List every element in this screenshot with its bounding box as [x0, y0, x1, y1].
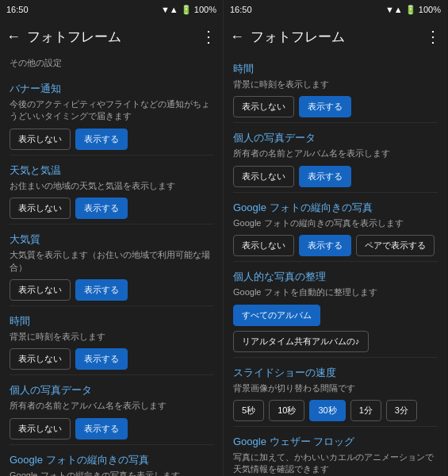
section-desc: 大気質を表示します（お住いの地域で利用可能な場合）: [10, 249, 213, 274]
section-0: バナー通知今後のアクティビティやフライトなどの通知がちょうどいいタイミングで届き…: [10, 74, 213, 155]
option-button-0[interactable]: 表示しない: [10, 129, 71, 150]
section-title: 大気質: [10, 232, 213, 247]
section-title: 個人の写真データ: [10, 383, 213, 397]
status-icons: ▼▲ 🔋 100%: [161, 5, 216, 15]
section-desc: 所有者の名前とアルバム名を表示します: [233, 148, 438, 159]
section-desc: 背景画像が切り替わる間隔です: [233, 382, 438, 394]
option-button-0[interactable]: 表示しない: [233, 96, 294, 117]
signal-icon: ▼▲: [161, 5, 178, 14]
option-button-1[interactable]: 表示する: [75, 348, 128, 370]
settings-scroll: バナー通知今後のアクティビティやフライトなどの通知がちょうどいいタイミングで届き…: [0, 74, 223, 476]
button-group: すべてのアルバムリアルタイム共有アルバムの♪: [233, 305, 438, 352]
option-button-0[interactable]: 5秒: [233, 400, 264, 421]
button-group: 5秒10秒30秒1分3分: [233, 400, 438, 421]
status-bar: 16:50 ▼▲ 🔋 100%: [224, 0, 447, 19]
status-time: 16:50: [6, 5, 29, 14]
option-button-0[interactable]: 表示しない: [10, 198, 71, 219]
status-bar: 16:50 ▼▲ 🔋 100%: [0, 0, 223, 19]
section-desc: Google フォトを自動的に整理します: [233, 286, 438, 298]
button-group: 表示しない表示する: [10, 129, 213, 150]
section-desc: 背景に時刻を表示します: [233, 79, 438, 90]
section-title: バナー通知: [10, 82, 213, 96]
option-button-0[interactable]: 表示しない: [10, 348, 71, 370]
battery-icon: 🔋 100%: [181, 5, 216, 14]
section-title: 個人的な写真の整理: [233, 270, 438, 284]
page-title: フォトフレーム: [251, 28, 419, 46]
section-desc: Google フォトの縦向きの写真を表示します: [10, 470, 213, 476]
section-2: Google フォトの縦向きの写真Google フォトの縦向きの写真を表示します…: [233, 193, 438, 262]
option-button-1[interactable]: 表示する: [75, 279, 128, 301]
option-button-1[interactable]: 表示する: [299, 166, 351, 187]
section-4: 個人の写真データ所有者の名前とアルバム名を表示します表示しない表示する: [10, 375, 213, 444]
option-button-4[interactable]: 3分: [386, 400, 417, 421]
button-group: 表示しない表示するペアで表示する: [233, 235, 438, 256]
menu-button[interactable]: ⋮: [201, 27, 216, 46]
back-button[interactable]: ←: [6, 29, 21, 45]
section-1: 天気と気温お住まいの地域の天気と気温を表示します表示しない表示する: [10, 155, 213, 225]
status-time: 16:50: [230, 5, 252, 14]
button-group: 表示しない表示する: [10, 348, 213, 370]
section-title: スライドショーの速度: [233, 366, 438, 380]
section-2: 大気質大気質を表示します（お住いの地域で利用可能な場合）表示しない表示する: [10, 225, 213, 306]
app-header: ← フォトフレーム ⋮: [0, 19, 223, 54]
section-5: Google フォトの縦向きの写真Google フォトの縦向きの写真を表示します…: [10, 445, 213, 476]
section-3: 個人的な写真の整理Google フォトを自動的に整理しますすべてのアルバムリアル…: [233, 262, 438, 357]
panel-right: 16:50 ▼▲ 🔋 100% ← フォトフレーム ⋮ 時間背景に時刻を表示しま…: [224, 0, 447, 476]
button-group: 表示しない表示する: [10, 198, 213, 219]
option-button-1[interactable]: 10秒: [269, 400, 304, 421]
option-button-0[interactable]: 表示しない: [233, 166, 294, 187]
option-button-3[interactable]: 1分: [350, 400, 381, 421]
section-1: 個人の写真データ所有者の名前とアルバム名を表示します表示しない表示する: [233, 123, 438, 192]
section-desc: 今後のアクティビティやフライトなどの通知がちょうどいいタイミングで届きます: [10, 98, 213, 123]
button-group: 表示しない表示する: [233, 96, 438, 117]
section-5: Google ウェザー フロッグ写真に加えて、かわいいカエルのアニメーションで天…: [233, 427, 438, 476]
battery-icon: 🔋 100%: [405, 5, 441, 14]
section-title: 時間: [233, 62, 438, 76]
option-button-1[interactable]: 表示する: [75, 198, 128, 219]
button-group: 表示しない表示する: [10, 418, 213, 440]
app-header: ← フォトフレーム ⋮: [224, 19, 447, 54]
section-title: Google フォトの縦向きの写真: [10, 453, 213, 467]
section-title: 個人の写真データ: [233, 131, 438, 145]
option-button-0[interactable]: 表示しない: [233, 235, 294, 256]
button-group: 表示しない表示する: [233, 166, 438, 187]
option-button-1[interactable]: 表示する: [75, 418, 128, 440]
section-title: Google フォトの縦向きの写真: [233, 201, 438, 215]
section-4: スライドショーの速度背景画像が切り替わる間隔です5秒10秒30秒1分3分: [233, 358, 438, 427]
button-group: 表示しない表示する: [10, 279, 213, 301]
section-title: 時間: [10, 314, 213, 328]
section-title: 天気と気温: [10, 163, 213, 178]
option-button-1[interactable]: リアルタイム共有アルバムの♪: [233, 331, 369, 352]
option-button-0[interactable]: すべてのアルバム: [233, 305, 320, 326]
option-button-1[interactable]: 表示する: [299, 235, 351, 256]
status-icons: ▼▲ 🔋 100%: [385, 5, 441, 15]
back-button[interactable]: ←: [230, 29, 244, 45]
panel-left: 16:50 ▼▲ 🔋 100% ← フォトフレーム ⋮ その他の設定バナー通知今…: [0, 0, 224, 476]
section-0: 時間背景に時刻を表示します表示しない表示する: [233, 54, 438, 123]
page-title: フォトフレーム: [27, 28, 194, 46]
option-button-2[interactable]: 30秒: [309, 400, 345, 421]
option-button-2[interactable]: ペアで表示する: [356, 235, 435, 256]
section-desc: 所有者の名前とアルバム名を表示します: [10, 400, 213, 412]
option-button-0[interactable]: 表示しない: [10, 418, 71, 440]
option-button-0[interactable]: 表示しない: [10, 279, 71, 301]
settings-scroll: 時間背景に時刻を表示します表示しない表示する個人の写真データ所有者の名前とアルバ…: [224, 54, 447, 476]
menu-button[interactable]: ⋮: [425, 27, 441, 46]
section-desc: 背景に時刻を表示します: [10, 331, 213, 343]
section-desc: お住まいの地域の天気と気温を表示します: [10, 180, 213, 192]
option-button-1[interactable]: 表示する: [75, 129, 128, 150]
signal-icon: ▼▲: [385, 5, 403, 14]
section-title: Google ウェザー フロッグ: [233, 435, 438, 449]
section-3: 時間背景に時刻を表示します表示しない表示する: [10, 306, 213, 375]
sub-header: その他の設定: [0, 54, 223, 74]
option-button-1[interactable]: 表示する: [299, 96, 351, 117]
section-desc: Google フォトの縦向きの写真を表示します: [233, 217, 438, 229]
section-desc: 写真に加えて、かわいいカエルのアニメーションで天気情報を確認できます: [233, 451, 438, 476]
